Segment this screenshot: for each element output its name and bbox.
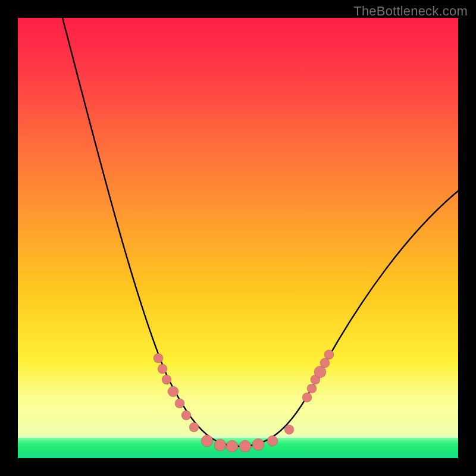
- chart-stage: TheBottleneck.com: [0, 0, 476, 476]
- threshold-dot: [324, 350, 334, 359]
- threshold-dot: [320, 358, 330, 368]
- plot-area: [18, 18, 458, 458]
- threshold-dot: [168, 386, 178, 397]
- threshold-dot: [158, 364, 167, 374]
- curve-layer: [18, 18, 458, 458]
- threshold-dot: [307, 384, 317, 393]
- threshold-dot: [181, 411, 191, 420]
- threshold-dot: [175, 399, 184, 408]
- watermark-text: TheBottleneck.com: [353, 4, 468, 19]
- threshold-dot: [284, 425, 294, 434]
- threshold-dot: [302, 393, 312, 402]
- threshold-dot: [252, 439, 264, 450]
- threshold-dot: [154, 353, 163, 363]
- threshold-dot: [226, 440, 238, 452]
- threshold-dot: [162, 375, 171, 384]
- threshold-dot: [189, 422, 199, 432]
- threshold-dot: [201, 435, 213, 447]
- threshold-dot: [267, 436, 278, 446]
- bottleneck-curve: [62, 18, 458, 446]
- threshold-dot: [239, 440, 251, 452]
- threshold-dot: [214, 439, 226, 451]
- threshold-dots: [154, 350, 334, 452]
